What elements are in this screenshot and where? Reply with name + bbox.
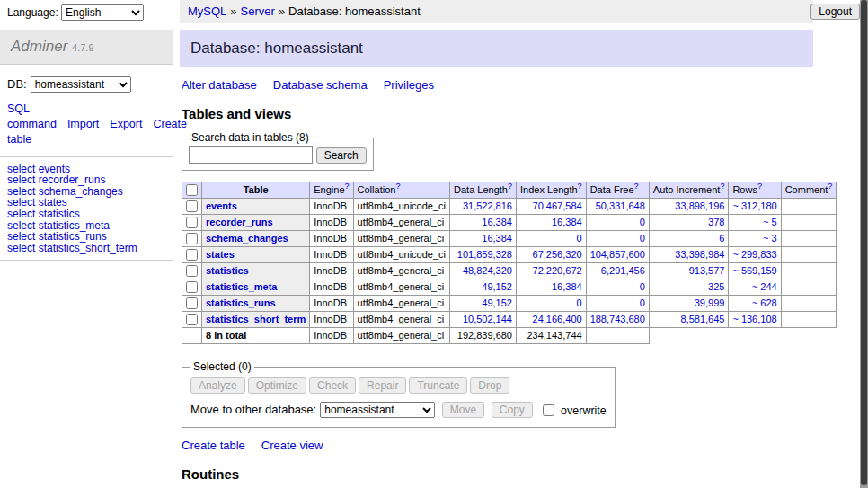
data-length-cell: 101,859,328 — [450, 247, 517, 263]
top-bar: Language: English MySQL»Server»Database:… — [0, 0, 868, 23]
move-db-select[interactable]: homeassistant — [320, 402, 435, 418]
breadcrumb-item-server[interactable]: Server — [241, 4, 275, 18]
table-link-recorder-runs[interactable]: recorder_runs — [206, 217, 273, 227]
sidebar-table-link-select-statistics[interactable]: select statistics — [7, 209, 166, 220]
row-checkbox-statistics-meta[interactable] — [186, 281, 198, 293]
row-checkbox-statistics-short-term[interactable] — [186, 314, 198, 325]
language-label: Language: — [7, 6, 58, 19]
table-link-states[interactable]: states — [206, 249, 235, 260]
total-index-length-cell: 234,143,744 — [516, 328, 586, 344]
table-link-statistics-runs[interactable]: statistics_runs — [206, 297, 276, 308]
truncate-button[interactable]: Truncate — [409, 377, 467, 394]
move-button[interactable]: Move — [442, 402, 484, 418]
overwrite-checkbox[interactable] — [543, 404, 554, 416]
analyze-button[interactable]: Analyze — [190, 377, 245, 394]
table-row-schema-changes: schema_changesInnoDButf8mb4_general_ci16… — [182, 231, 837, 247]
db-action-privileges[interactable]: Privileges — [384, 78, 434, 92]
sidebar-link-import[interactable]: Import — [67, 118, 99, 130]
selected-actions: AnalyzeOptimizeCheckRepairTruncateDrop — [190, 377, 607, 394]
table-name-cell: statistics_meta — [202, 279, 310, 296]
index-length-cell: 0 — [516, 296, 586, 312]
check-button[interactable]: Check — [309, 377, 356, 394]
data-free-cell: 188,743,680 — [586, 312, 649, 328]
help-link-comment[interactable]: ? — [828, 182, 832, 191]
engine-cell: InnoDB — [310, 279, 353, 296]
table-link-statistics-meta[interactable]: statistics_meta — [206, 281, 278, 292]
language-select[interactable]: English — [61, 4, 144, 21]
collation-cell: utf8mb4_unicode_ci — [353, 199, 449, 215]
column-header-index-length: Index Length? — [516, 182, 586, 199]
table-name-cell: states — [202, 247, 310, 263]
table-link-schema-changes[interactable]: schema_changes — [206, 233, 288, 244]
db-select[interactable]: homeassistant — [31, 76, 131, 93]
app-name: Adminer — [11, 38, 67, 55]
sidebar-table-link-select-recorder-runs[interactable]: select recorder_runs — [7, 174, 166, 186]
row-checkbox-recorder-runs[interactable] — [186, 217, 198, 228]
create-link-create-table[interactable]: Create table — [182, 439, 245, 452]
data-free-cell: 0 — [586, 279, 649, 296]
help-link-index-length[interactable]: ? — [578, 182, 582, 191]
engine-cell: InnoDB — [310, 231, 353, 247]
index-length-cell: 16,384 — [516, 215, 586, 231]
data-length-cell: 10,502,144 — [450, 312, 517, 328]
sidebar: Adminer 4.7.9 DB: homeassistant SQL comm… — [0, 23, 173, 488]
db-selector-row: DB: homeassistant — [7, 76, 166, 93]
sidebar-table-link-select-statistics-runs[interactable]: select statistics_runs — [7, 231, 166, 243]
sidebar-table-link-select-statistics-short-term[interactable]: select statistics_short_term — [7, 243, 166, 254]
copy-button[interactable]: Copy — [492, 402, 533, 418]
help-link-rows[interactable]: ? — [757, 182, 762, 191]
auto-increment-cell: 8,581,645 — [649, 312, 729, 328]
auto-increment-cell: 325 — [649, 279, 729, 296]
logout-button[interactable]: Logout — [810, 4, 860, 20]
row-checkbox-events[interactable] — [186, 200, 198, 212]
breadcrumb-item-database-homeassistant: Database: homeassistant — [288, 4, 421, 18]
help-link-data-free[interactable]: ? — [634, 182, 639, 191]
sidebar-link-sql-command[interactable]: SQL command — [7, 102, 57, 130]
select-all-checkbox[interactable] — [186, 184, 198, 196]
table-link-statistics[interactable]: statistics — [206, 265, 249, 276]
move-label: Move to other database: — [190, 403, 316, 416]
db-action-database-schema[interactable]: Database schema — [273, 78, 368, 92]
collation-cell: utf8mb4_general_ci — [353, 263, 449, 279]
scrollbar[interactable] — [860, 0, 868, 488]
help-link-engine[interactable]: ? — [345, 182, 350, 191]
drop-button[interactable]: Drop — [470, 377, 509, 394]
rows-cell: ~ 569,159 — [729, 263, 781, 279]
sidebar-link-export[interactable]: Export — [110, 118, 142, 130]
scrollbar-thumb[interactable] — [861, 0, 867, 485]
row-checkbox-states[interactable] — [186, 249, 198, 261]
data-free-cell: 0 — [586, 296, 649, 312]
row-checkbox-statistics[interactable] — [186, 265, 198, 277]
collation-cell: utf8mb4_general_ci — [353, 312, 449, 328]
search-input[interactable] — [189, 146, 313, 164]
help-link-collation[interactable]: ? — [395, 182, 400, 191]
overwrite-label: overwrite — [561, 404, 607, 417]
row-checkbox-cell — [182, 279, 202, 296]
row-checkbox-statistics-runs[interactable] — [186, 297, 198, 309]
db-action-alter-database[interactable]: Alter database — [182, 78, 257, 92]
help-link-auto-increment[interactable]: ? — [720, 182, 724, 191]
table-link-events[interactable]: events — [206, 200, 237, 211]
total-engine-cell: InnoDB — [310, 328, 353, 344]
index-length-cell: 16,384 — [516, 279, 586, 296]
repair-button[interactable]: Repair — [359, 377, 406, 394]
optimize-button[interactable]: Optimize — [248, 377, 306, 394]
rows-cell: ~ 628 — [729, 296, 781, 312]
column-header-comment: Comment? — [781, 182, 837, 199]
auto-increment-cell: 33,398,984 — [649, 247, 729, 263]
table-link-statistics-short-term[interactable]: statistics_short_term — [206, 314, 306, 324]
help-link-data-length[interactable]: ? — [508, 182, 512, 191]
auto-increment-cell: 913,577 — [649, 263, 729, 279]
search-fieldset: Search data in tables (8) Search — [182, 131, 374, 171]
tables-heading: Tables and views — [182, 106, 813, 121]
row-checkbox-cell — [182, 247, 202, 263]
search-button[interactable]: Search — [316, 147, 367, 164]
page-title: Database: homeassistant — [180, 30, 813, 67]
breadcrumb-item-mysql[interactable]: MySQL — [188, 4, 226, 18]
table-name-cell: statistics — [202, 263, 310, 279]
database-actions: Alter databaseDatabase schemaPrivileges — [182, 78, 813, 92]
auto-increment-cell: 39,999 — [649, 296, 729, 312]
row-checkbox-schema-changes[interactable] — [186, 233, 198, 244]
comment-cell — [781, 247, 837, 263]
create-link-create-view[interactable]: Create view — [261, 439, 323, 452]
